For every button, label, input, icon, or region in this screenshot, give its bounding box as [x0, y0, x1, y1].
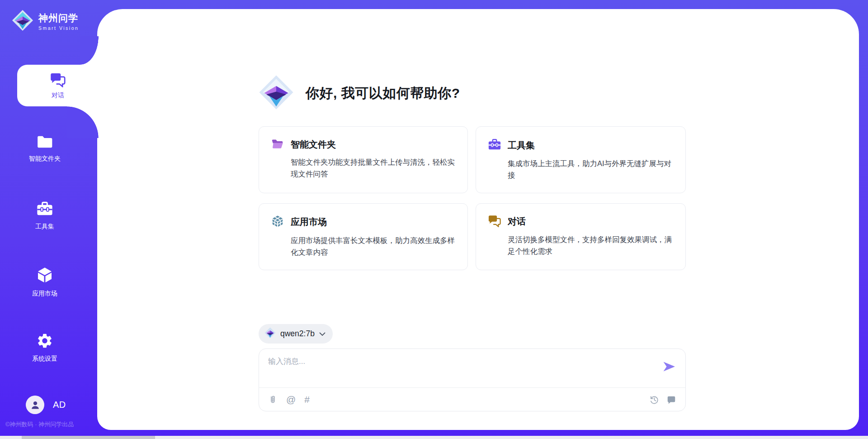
gear-icon	[36, 332, 53, 351]
feedback-button[interactable]	[666, 395, 676, 405]
attach-file-button[interactable]	[268, 395, 278, 405]
assistant-logo-icon	[259, 75, 294, 112]
brand: 神州问学 Smart Vision	[12, 10, 79, 33]
briefcase-icon	[488, 138, 501, 153]
sidebar-item-label: 对话	[52, 91, 64, 100]
chat-icon	[488, 215, 501, 229]
chat-icon	[50, 72, 66, 89]
greeting-title: 你好, 我可以如何帮助你?	[306, 84, 460, 103]
card-title: 工具集	[508, 139, 535, 152]
chevron-down-icon	[319, 330, 326, 338]
model-selector[interactable]: qwen2:7b	[259, 324, 333, 344]
card-toolkit[interactable]: 工具集 集成市场上主流工具，助力AI与外界无缝扩展与对接	[476, 126, 686, 193]
card-title: 对话	[508, 215, 526, 228]
copyright-text: ©神州数码 · 神州问学出品	[5, 420, 74, 429]
app-window: 神州问学 Smart Vision 对话 智能文件夹	[0, 0, 868, 439]
card-description: 智能文件夹功能支持批量文件上传与清洗，轻松实现文件问答	[291, 156, 456, 180]
brand-name: 神州问学	[38, 12, 79, 24]
sidebar-item-app-market[interactable]: 应用市场	[17, 266, 73, 298]
brand-logo-icon	[12, 10, 33, 33]
feature-cards: 智能文件夹 智能文件夹功能支持批量文件上传与清洗，轻松实现文件问答	[259, 126, 686, 270]
sidebar-item-toolkit[interactable]: 工具集	[17, 200, 73, 231]
message-input[interactable]	[268, 356, 643, 382]
mention-button[interactable]: @	[286, 395, 296, 404]
brand-subtitle: Smart Vision	[38, 25, 79, 31]
sidebar-item-settings[interactable]: 系统设置	[17, 332, 73, 363]
user-profile[interactable]: AD	[26, 396, 66, 414]
person-icon	[30, 400, 41, 410]
history-button[interactable]	[649, 395, 659, 405]
card-chat[interactable]: 对话 灵活切换多模型文件，支持多样回复效果调试，满足个性化需求	[476, 203, 686, 270]
sidebar-item-label: 工具集	[35, 223, 54, 231]
user-initials: AD	[53, 400, 66, 410]
scrollbar-thumb[interactable]	[22, 436, 155, 439]
card-title: 智能文件夹	[291, 138, 336, 151]
sidebar-item-smart-folder[interactable]: 智能文件夹	[17, 134, 73, 163]
folder-icon	[36, 134, 53, 151]
history-icon	[649, 395, 659, 405]
sidebar-item-chat[interactable]: 对话	[17, 65, 99, 106]
message-composer: @ #	[259, 348, 686, 411]
tab-fillet-top	[80, 36, 99, 65]
cube-icon	[36, 266, 54, 286]
send-button[interactable]	[662, 359, 676, 374]
card-description: 集成市场上主流工具，助力AI与外界无缝扩展与对接	[508, 157, 674, 181]
greeting: 你好, 我可以如何帮助你?	[259, 75, 460, 112]
toolbox-icon	[36, 200, 53, 219]
sidebar-item-label: 应用市场	[32, 290, 57, 298]
card-description: 应用市场提供丰富长文本模板，助力高效生成多样化文章内容	[291, 234, 456, 258]
feedback-bubble-icon	[666, 395, 676, 405]
model-name: qwen2:7b	[280, 329, 315, 339]
horizontal-scrollbar[interactable]	[0, 436, 868, 439]
model-logo-icon	[264, 327, 276, 340]
main-panel: 你好, 我可以如何帮助你? 智能文件夹 智能文件夹功能支持批量文件上传与清洗，轻…	[97, 9, 859, 430]
cube-grid-icon	[271, 215, 284, 230]
card-smart-folder[interactable]: 智能文件夹 智能文件夹功能支持批量文件上传与清洗，轻松实现文件问答	[259, 126, 468, 193]
card-description: 灵活切换多模型文件，支持多样回复效果调试，满足个性化需求	[508, 234, 674, 258]
card-app-market[interactable]: 应用市场 应用市场提供丰富长文本模板，助力高效生成多样化文章内容	[259, 203, 468, 270]
composer-toolbar: @ #	[259, 387, 685, 411]
sidebar-item-label: 智能文件夹	[29, 155, 61, 163]
send-icon	[662, 359, 676, 374]
tab-fillet-bottom	[67, 106, 99, 138]
hashtag-button[interactable]: #	[304, 395, 310, 404]
paperclip-icon	[268, 395, 278, 405]
sidebar-item-label: 系统设置	[32, 355, 57, 363]
card-title: 应用市场	[291, 216, 327, 228]
folder-open-icon	[271, 138, 284, 152]
avatar	[26, 396, 44, 414]
